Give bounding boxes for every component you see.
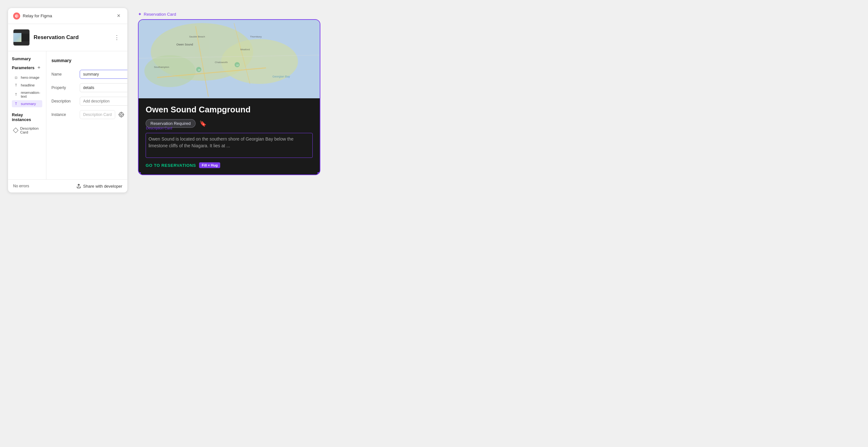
- relay-logo-icon: [13, 12, 20, 20]
- instance-label: Instance: [52, 112, 77, 117]
- svg-point-9: [144, 55, 195, 87]
- property-value: details: [83, 86, 94, 90]
- relay-instances-title: Relay instances: [12, 112, 42, 122]
- description-label: Description: [52, 99, 77, 103]
- panel-body: Summary Parameters + ⊡ hero-image T head…: [8, 51, 127, 179]
- add-icon: +: [37, 65, 40, 70]
- param-label-hero-image: hero-image: [21, 76, 39, 80]
- svg-point-1: [120, 114, 122, 116]
- share-with-developer-button[interactable]: Share with developer: [76, 183, 122, 188]
- more-options-button[interactable]: ⋮: [112, 33, 122, 42]
- share-label: Share with developer: [83, 184, 122, 188]
- fill-hug-badge: Fill × Hug: [199, 162, 220, 168]
- text-type-icon-reservation: T: [14, 92, 18, 97]
- instance-value: Description Card: [80, 110, 115, 119]
- description-card-instance: Description Card Owen Sound is located o…: [146, 133, 313, 158]
- more-icon: ⋮: [114, 34, 120, 41]
- card-map-image: Owen Sound Southampton Meaford Chatswort…: [138, 20, 320, 98]
- relay-instances-section: Relay instances Description Card: [12, 112, 42, 136]
- component-header-left: Reservation Card: [13, 29, 79, 46]
- name-input[interactable]: [80, 70, 128, 79]
- delete-button[interactable]: 🗑: [127, 56, 128, 65]
- description-card-instance-label: Description Card: [146, 126, 172, 130]
- close-icon: ×: [117, 12, 120, 19]
- detail-column: summary 🗑 Name Property details ▾: [46, 51, 128, 179]
- property-field-row: Property details ▾: [52, 83, 128, 92]
- preview-label: ✦ Reservation Card: [138, 11, 860, 17]
- svg-text:Southampton: Southampton: [154, 66, 169, 68]
- detail-header: summary 🗑: [52, 56, 128, 65]
- card-title: Owen Sound Campground: [146, 105, 313, 115]
- relay-item-label-description-card: Description Card: [20, 126, 40, 134]
- svg-text:Chatsworth: Chatsworth: [215, 61, 227, 64]
- property-select[interactable]: details ▾: [80, 83, 128, 92]
- component-name: Reservation Card: [34, 34, 79, 41]
- relay-item-description-card[interactable]: Description Card: [12, 125, 42, 136]
- sidebar-column: Summary Parameters + ⊡ hero-image T head…: [8, 51, 46, 179]
- parameters-title: Parameters: [12, 65, 35, 70]
- param-item-summary[interactable]: T summary: [12, 100, 42, 107]
- param-item-reservation-text[interactable]: T reservation-text: [12, 89, 42, 99]
- property-label: Property: [52, 86, 77, 90]
- cta-text[interactable]: GO TO RESERVATIONS: [146, 163, 196, 168]
- corner-handle-br: [317, 172, 320, 175]
- name-field-row: Name: [52, 70, 128, 79]
- no-errors-text: No errors: [13, 184, 29, 188]
- diamond-icon: [13, 128, 19, 133]
- share-icon: [76, 183, 81, 188]
- svg-text:Georgian Bay: Georgian Bay: [272, 75, 290, 78]
- description-field-row: Description: [52, 97, 128, 106]
- component-header: Reservation Card ⋮: [8, 24, 127, 51]
- summary-section-title: Summary: [12, 56, 42, 61]
- reservation-card: Owen Sound Southampton Meaford Chatswort…: [138, 19, 320, 175]
- bookmark-icon[interactable]: 🔖: [199, 120, 207, 127]
- parameters-header: Parameters +: [12, 64, 42, 71]
- description-input[interactable]: [80, 97, 128, 106]
- component-thumbnail: [13, 29, 30, 46]
- card-footer: GO TO RESERVATIONS Fill × Hug: [146, 162, 313, 168]
- panel-footer: No errors Share with developer: [8, 179, 127, 192]
- param-item-hero-image[interactable]: ⊡ hero-image: [12, 74, 42, 81]
- close-button[interactable]: ×: [115, 12, 122, 20]
- app-title: Relay for Figma: [23, 13, 52, 18]
- param-label-reservation-text: reservation-text: [21, 91, 40, 98]
- text-type-icon-summary: T: [14, 101, 18, 106]
- corner-handle-bl: [138, 172, 141, 175]
- panel-header: Relay for Figma ×: [8, 8, 127, 24]
- preview-component-name: Reservation Card: [144, 12, 176, 17]
- name-label: Name: [52, 72, 77, 77]
- param-label-headline: headline: [21, 83, 35, 87]
- param-label-summary: summary: [21, 102, 36, 106]
- svg-text:Owen Sound: Owen Sound: [176, 43, 193, 46]
- svg-point-0: [119, 112, 124, 117]
- panel-header-left: Relay for Figma: [13, 12, 52, 20]
- right-panel: ✦ Reservation Card: [138, 8, 860, 179]
- instance-row: Description Card: [80, 110, 125, 119]
- image-type-icon: ⊡: [14, 75, 18, 80]
- detail-title: summary: [52, 58, 71, 63]
- card-content: Owen Sound Campground Reservation Requir…: [138, 98, 320, 175]
- svg-text:10: 10: [236, 64, 239, 66]
- target-icon[interactable]: [118, 111, 125, 118]
- instance-field-row: Instance Description Card: [52, 110, 128, 119]
- left-panel: Relay for Figma × Reservation Card ⋮ Sum…: [8, 8, 128, 193]
- svg-text:Sauble Beach: Sauble Beach: [189, 35, 205, 38]
- card-description-text: Owen Sound is located on the southern sh…: [146, 133, 312, 152]
- svg-text:Meaford: Meaford: [240, 48, 250, 51]
- relay-purple-icon: ✦: [138, 11, 142, 17]
- svg-text:Thornbury: Thornbury: [250, 35, 261, 38]
- svg-text:26: 26: [198, 69, 200, 71]
- param-item-headline[interactable]: T headline: [12, 82, 42, 89]
- add-parameter-button[interactable]: +: [36, 64, 42, 71]
- text-type-icon-headline: T: [14, 83, 18, 87]
